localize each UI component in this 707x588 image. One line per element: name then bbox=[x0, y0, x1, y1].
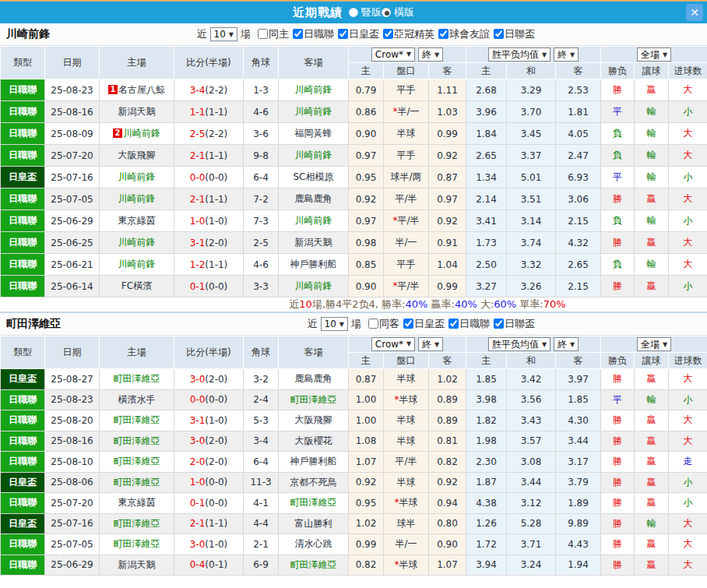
team-name-link[interactable]: 大阪櫻花 bbox=[295, 435, 332, 446]
match-count-select[interactable]: 10▼ bbox=[210, 27, 237, 41]
scope-select[interactable]: 全場▼ bbox=[637, 337, 671, 351]
checkbox-input[interactable] bbox=[403, 319, 413, 329]
filter-checkbox[interactable]: 同主 bbox=[258, 27, 289, 41]
team-name-link[interactable]: 川崎前鋒 bbox=[118, 259, 156, 269]
avg-time-select[interactable]: 終▼ bbox=[554, 337, 579, 351]
handicap-result-cell: 輸 bbox=[635, 513, 669, 534]
checkbox-input[interactable] bbox=[258, 29, 268, 39]
filter-checkbox[interactable]: 同客 bbox=[368, 317, 399, 331]
match-count-select[interactable]: 10▼ bbox=[321, 317, 348, 331]
team-name-link[interactable]: 川崎前鋒 bbox=[295, 84, 332, 95]
team-name-link[interactable]: 京都不死鳥 bbox=[290, 477, 337, 488]
checkbox-input[interactable] bbox=[494, 29, 504, 39]
handicap-result-cell: 輸 bbox=[635, 101, 669, 123]
filter-checkbox[interactable]: 亞冠精英 bbox=[383, 27, 434, 41]
result-cell: 平 bbox=[601, 101, 635, 123]
avg-time-select[interactable]: 終▼ bbox=[554, 48, 579, 62]
filter-checkbox[interactable]: 日職聯 bbox=[293, 27, 334, 41]
team-name-link[interactable]: 新潟天鵝 bbox=[295, 237, 332, 248]
checkbox-input[interactable] bbox=[438, 29, 448, 39]
score-cell: 1-1(1-1) bbox=[174, 101, 244, 123]
filter-checkbox[interactable]: 日聯盃 bbox=[494, 27, 535, 41]
team-name-link[interactable]: 町田澤維亞 bbox=[290, 559, 337, 570]
col-type: 類型 bbox=[1, 47, 45, 79]
corner-score: 11-3 bbox=[244, 472, 279, 493]
odds-company-select[interactable]: Crow*▼ bbox=[371, 337, 415, 351]
team-name-link[interactable]: 川崎前鋒 bbox=[295, 280, 332, 291]
team-name-link[interactable]: 東京綠茵 bbox=[118, 497, 156, 508]
checkbox-input[interactable] bbox=[338, 29, 348, 39]
competition-badge: 日職聯 bbox=[1, 431, 45, 452]
corner-score: 3-6 bbox=[244, 123, 279, 145]
layout-radio-option[interactable]: 豎版 bbox=[349, 5, 382, 19]
checkbox-label: 日聯盃 bbox=[505, 317, 535, 331]
fulltime-score: 3-0 bbox=[190, 539, 206, 550]
team-name-link[interactable]: 鹿島鹿角 bbox=[295, 373, 332, 384]
team-name-link[interactable]: 福岡黃蜂 bbox=[295, 128, 332, 139]
team-name-link[interactable]: 町田澤維亞 bbox=[114, 518, 160, 529]
team-name-link[interactable]: 川崎前鋒 bbox=[118, 237, 156, 248]
team-name-link[interactable]: 町田澤維亞 bbox=[290, 497, 337, 508]
checkbox-input[interactable] bbox=[448, 319, 459, 329]
team-name-link[interactable]: 新潟天鵝 bbox=[118, 559, 156, 570]
handicap-result-cell: 贏 bbox=[635, 79, 669, 101]
team-name-link[interactable]: 町田澤維亞 bbox=[114, 414, 160, 425]
team-name-link[interactable]: 新潟天鵝 bbox=[118, 106, 156, 117]
result-cell: 勝 bbox=[601, 410, 635, 431]
fulltime-score: 0-1 bbox=[190, 498, 206, 509]
team-name-link[interactable]: 川崎前鋒 bbox=[118, 171, 156, 182]
team-name-link[interactable]: 富山勝利 bbox=[295, 518, 332, 529]
team-name-link[interactable]: 名古屋八鯨 bbox=[118, 84, 165, 95]
odds-company-select[interactable]: Crow*▼ bbox=[371, 48, 415, 62]
layout-radio-option[interactable]: 橫版 bbox=[382, 5, 414, 19]
checkbox-input[interactable] bbox=[383, 29, 393, 39]
home-odds: 0.87 bbox=[349, 369, 384, 390]
odds-time-select[interactable]: 終▼ bbox=[418, 48, 443, 62]
team-name-link[interactable]: 町田澤維亞 bbox=[114, 538, 160, 549]
team-name-link[interactable]: 川崎前鋒 bbox=[295, 106, 332, 117]
team-name-link[interactable]: 鹿島鹿角 bbox=[295, 193, 332, 204]
checkbox-input[interactable] bbox=[368, 319, 378, 329]
team-name-link[interactable]: FC橫濱 bbox=[121, 280, 152, 291]
team-name-link[interactable]: 川崎前鋒 bbox=[118, 193, 156, 204]
radio-icon[interactable] bbox=[349, 8, 358, 17]
filter-checkbox[interactable]: 日皇盃 bbox=[403, 317, 445, 331]
team-name-link[interactable]: 東京綠茵 bbox=[118, 215, 156, 226]
team-name-link[interactable]: 町田澤維亞 bbox=[114, 477, 160, 488]
team-name-link[interactable]: 川崎前鋒 bbox=[123, 128, 160, 139]
fulltime-score: 3-4 bbox=[190, 85, 206, 96]
result-cell: 勝 bbox=[601, 513, 635, 534]
team-name-link[interactable]: 神戶勝利船 bbox=[290, 259, 337, 269]
team-name-link[interactable]: 清水心跳 bbox=[295, 538, 332, 549]
team-name-link[interactable]: 大阪飛腳 bbox=[118, 150, 156, 160]
filter-checkbox[interactable]: 球會友誼 bbox=[438, 27, 490, 41]
section-header-row: 町田澤維亞 近 10▼ 場 同客日皇盃日職聯日聯盃 bbox=[0, 312, 707, 336]
team-name-link[interactable]: 川崎前鋒 bbox=[295, 215, 332, 226]
team-name-link[interactable]: 町田澤維亞 bbox=[114, 373, 160, 384]
avg-odds-select[interactable]: 胜平负均值▼ bbox=[488, 48, 550, 62]
team-name-link[interactable]: 町田澤維亞 bbox=[114, 435, 160, 446]
checkbox-input[interactable] bbox=[293, 29, 303, 39]
checkbox-label: 球會友誼 bbox=[449, 27, 490, 41]
close-button[interactable]: ✕ bbox=[686, 4, 703, 21]
team-name-link[interactable]: 川崎前鋒 bbox=[295, 150, 332, 160]
odds-time-select[interactable]: 終▼ bbox=[418, 337, 443, 351]
checkbox-input[interactable] bbox=[494, 319, 504, 329]
filter-checkbox[interactable]: 日皇盃 bbox=[338, 27, 379, 41]
filter-checkbox[interactable]: 日聯盃 bbox=[494, 317, 535, 331]
halftime-score: (2-2) bbox=[205, 85, 227, 96]
team-name-link[interactable]: SC相模原 bbox=[294, 171, 334, 182]
avg-odds-select[interactable]: 胜平负均值▼ bbox=[488, 337, 550, 351]
competition-badge: 日職聯 bbox=[1, 534, 45, 555]
team-name-link[interactable]: 大阪飛腳 bbox=[295, 414, 332, 425]
filter-checkbox[interactable]: 日職聯 bbox=[448, 317, 490, 331]
avg-draw-odds: 3.14 bbox=[507, 210, 556, 232]
scope-select[interactable]: 全場▼ bbox=[637, 48, 671, 62]
section-team-name: 川崎前鋒 bbox=[0, 27, 50, 41]
radio-icon[interactable] bbox=[382, 8, 391, 17]
halftime-score: (1-0) bbox=[205, 216, 227, 227]
team-name-link[interactable]: 町田澤維亞 bbox=[290, 394, 337, 405]
team-name-link[interactable]: 橫濱水手 bbox=[118, 394, 156, 405]
team-name-link[interactable]: 神戶勝利船 bbox=[290, 456, 337, 467]
team-name-link[interactable]: 町田澤維亞 bbox=[114, 456, 160, 467]
